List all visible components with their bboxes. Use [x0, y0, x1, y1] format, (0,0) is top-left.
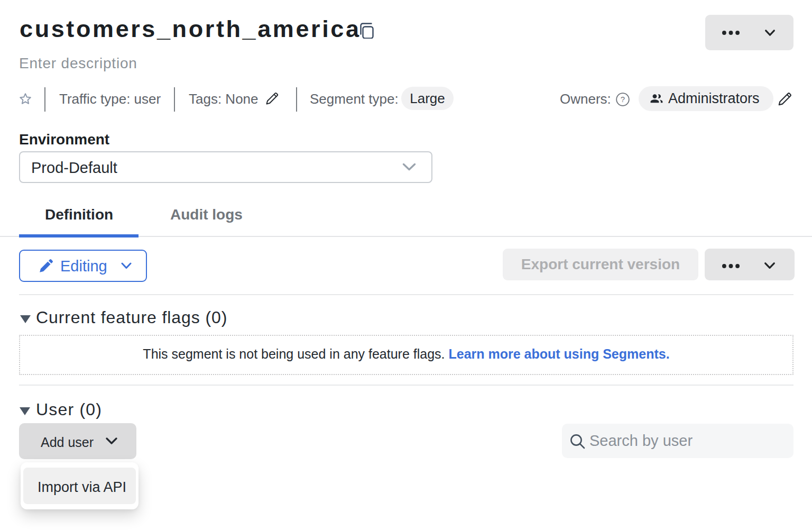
svg-text:?: ?	[621, 95, 625, 104]
